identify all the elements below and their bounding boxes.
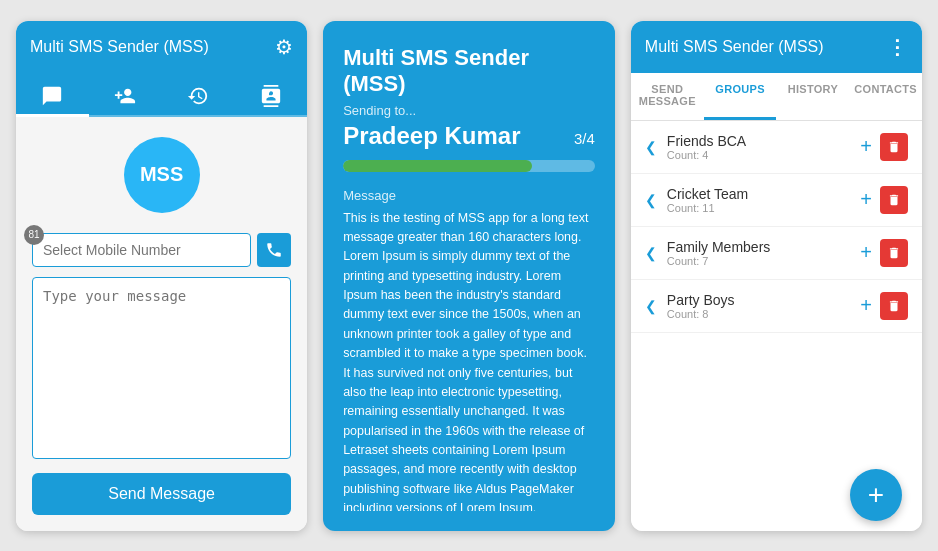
panel-3-header: Multi SMS Sender (MSS) ⋮ (631, 21, 922, 73)
progress-bar-background (343, 160, 595, 172)
panel-3-title: Multi SMS Sender (MSS) (645, 38, 824, 56)
group-name: Cricket Team (667, 186, 850, 202)
tab-groups[interactable]: GROUPS (704, 73, 777, 120)
add-member-icon[interactable]: + (860, 135, 872, 158)
message-label: Message (343, 188, 595, 203)
group-chevron-icon[interactable]: ❮ (645, 139, 657, 155)
group-name: Party Boys (667, 292, 850, 308)
group-count: Count: 4 (667, 149, 850, 161)
phone-icon (265, 241, 283, 259)
gear-icon[interactable]: ⚙ (275, 35, 293, 59)
group-info: Cricket Team Count: 11 (667, 186, 850, 214)
add-group-fab[interactable]: + (850, 469, 902, 521)
phone-button[interactable] (257, 233, 291, 267)
panel-1: Multi SMS Sender (MSS) ⚙ MSS 81 (16, 21, 307, 531)
panel-1-title: Multi SMS Sender (MSS) (30, 38, 209, 56)
mss-logo-text: MSS (140, 163, 183, 186)
sending-to-label: Sending to... (343, 103, 595, 118)
message-body: This is the testing of MSS app for a lon… (343, 209, 595, 511)
panel-3: Multi SMS Sender (MSS) ⋮ SEND MESSAGE GR… (631, 21, 922, 531)
contact-input-row: 81 (32, 233, 291, 267)
panels-container: Multi SMS Sender (MSS) ⚙ MSS 81 (0, 0, 938, 551)
tab-send-message[interactable]: SEND MESSAGE (631, 73, 704, 120)
delete-group-button[interactable] (880, 239, 908, 267)
groups-list: ❮ Friends BCA Count: 4 + ❮ Cricket Team … (631, 121, 922, 475)
group-actions: + (860, 133, 908, 161)
trash-icon (887, 193, 901, 207)
delete-group-button[interactable] (880, 133, 908, 161)
send-message-button[interactable]: Send Message (32, 473, 291, 515)
more-options-icon[interactable]: ⋮ (887, 35, 908, 59)
history-icon (187, 85, 209, 107)
tab-add-contact[interactable] (89, 77, 162, 115)
delete-group-button[interactable] (880, 292, 908, 320)
progress-count: 3/4 (574, 130, 595, 147)
panel-1-tabs (16, 73, 307, 117)
group-actions: + (860, 292, 908, 320)
group-item: ❮ Family Members Count: 7 + (631, 227, 922, 280)
group-info: Party Boys Count: 8 (667, 292, 850, 320)
group-item: ❮ Friends BCA Count: 4 + (631, 121, 922, 174)
message-input[interactable] (32, 277, 291, 459)
trash-icon (887, 246, 901, 260)
add-member-icon[interactable]: + (860, 294, 872, 317)
group-info: Family Members Count: 7 (667, 239, 850, 267)
delete-group-button[interactable] (880, 186, 908, 214)
group-count: Count: 7 (667, 255, 850, 267)
tab-sms[interactable] (16, 77, 89, 115)
nav-tabs: SEND MESSAGE GROUPS HISTORY CONTACTS (631, 73, 922, 121)
panel-1-body: MSS 81 Send Message (16, 117, 307, 531)
sms-icon (41, 85, 63, 107)
group-name: Friends BCA (667, 133, 850, 149)
panel-2-title: Multi SMS Sender (MSS) (343, 45, 595, 97)
progress-bar-fill (343, 160, 532, 172)
add-member-icon[interactable]: + (860, 188, 872, 211)
group-item: ❮ Cricket Team Count: 11 + (631, 174, 922, 227)
trash-icon (887, 140, 901, 154)
trash-icon (887, 299, 901, 313)
group-count: Count: 11 (667, 202, 850, 214)
group-actions: + (860, 186, 908, 214)
tab-contacts[interactable]: CONTACTS (849, 73, 922, 120)
add-member-icon[interactable]: + (860, 241, 872, 264)
tab-history[interactable]: HISTORY (776, 73, 849, 120)
group-name: Family Members (667, 239, 850, 255)
tab-history[interactable] (162, 77, 235, 115)
contact-badge: 81 (24, 225, 44, 245)
group-count: Count: 8 (667, 308, 850, 320)
fab-container: + (631, 475, 922, 531)
group-actions: + (860, 239, 908, 267)
recipient-name: Pradeep Kumar (343, 122, 520, 150)
group-chevron-icon[interactable]: ❮ (645, 298, 657, 314)
contacts-icon (260, 85, 282, 107)
group-chevron-icon[interactable]: ❮ (645, 245, 657, 261)
group-chevron-icon[interactable]: ❮ (645, 192, 657, 208)
group-info: Friends BCA Count: 4 (667, 133, 850, 161)
contact-input[interactable] (32, 233, 251, 267)
group-item: ❮ Party Boys Count: 8 + (631, 280, 922, 333)
panel-2: Multi SMS Sender (MSS) Sending to... Pra… (323, 21, 615, 531)
panel-1-header: Multi SMS Sender (MSS) ⚙ (16, 21, 307, 73)
add-contact-icon (114, 85, 136, 107)
recipient-row: Pradeep Kumar 3/4 (343, 122, 595, 150)
mss-logo: MSS (124, 137, 200, 213)
tab-contacts[interactable] (234, 77, 307, 115)
